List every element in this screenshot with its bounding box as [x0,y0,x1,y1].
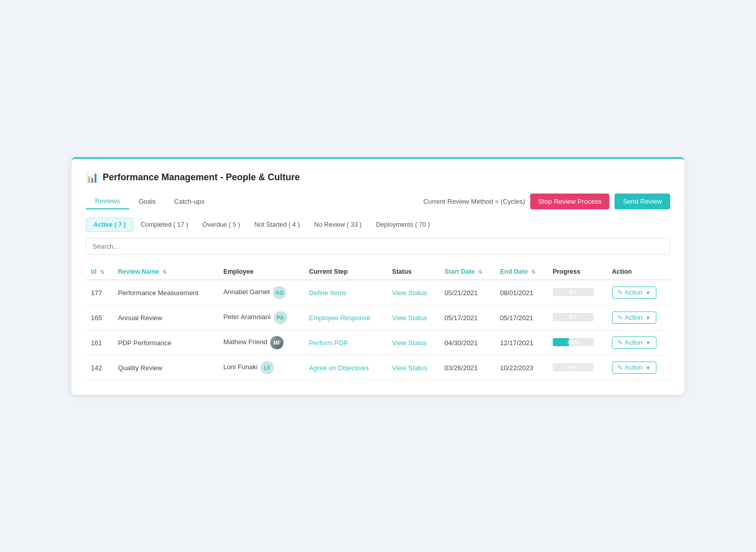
status-link[interactable]: View Status [392,314,427,322]
action-button[interactable]: ✎ Action ▼ [612,362,656,374]
filter-overdue[interactable]: Overdue ( 5 ) [195,218,247,231]
cell-current-step: Agree on Objectives [304,355,387,380]
cell-action: ✎ Action ▼ [607,355,670,380]
col-progress: Progress [548,263,607,280]
sort-icon-review-name[interactable]: ⇅ [162,269,167,275]
cell-action: ✎ Action ▼ [607,330,670,355]
main-card: 📊 Performance Management - People & Cult… [72,157,684,395]
cell-id: 142 [86,355,113,380]
cell-review-name: Annual Review [113,305,218,330]
action-label: Action [625,314,643,321]
filter-not-started[interactable]: Not Started ( 4 ) [247,218,307,231]
avatar: MF [270,336,284,349]
progress-bar: 0% [553,288,594,296]
current-step-link[interactable]: Agree on Objectives [309,364,369,372]
col-id: Id ⇅ [86,263,113,280]
filter-deployments[interactable]: Deployments ( 70 ) [369,218,437,231]
filter-completed[interactable]: Completed ( 17 ) [133,218,195,231]
review-method-label: Current Review Method = (Cycles) [423,198,525,205]
action-label: Action [625,289,643,296]
avatar: LF [261,361,274,374]
search-input[interactable] [86,238,670,255]
cell-review-name: Quality Review [113,355,218,380]
top-bar: Reviews Goals Catch-ups Current Review M… [86,194,670,209]
progress-bar: 40% [553,338,594,346]
chevron-down-icon: ▼ [646,290,651,296]
current-step-link[interactable]: Define Items [309,289,346,297]
cell-end-date: 10/22/2023 [495,355,548,380]
cell-start-date: 05/21/2021 [439,280,495,305]
sort-icon-end-date[interactable]: ⇅ [531,269,535,275]
top-right-controls: Current Review Method = (Cycles) Stop Re… [423,194,670,209]
tab-reviews[interactable]: Reviews [86,194,129,209]
cell-action: ✎ Action ▼ [607,280,670,305]
action-button[interactable]: ✎ Action ▼ [612,286,656,299]
progress-label: 0% [553,313,594,321]
table-row: 161 PDP Performance Mathew FriendMF Perf… [86,330,670,355]
cell-employee: Peter AramnianiPA [218,305,304,330]
chevron-down-icon: ▼ [646,315,651,321]
cell-review-name: Performance Measurement [113,280,218,305]
sort-icon-start-date[interactable]: ⇅ [478,269,482,275]
cell-employee: Loni FunakiLF [218,355,304,380]
cell-progress: 0% [548,280,607,305]
col-employee: Employee [218,263,304,280]
action-button[interactable]: ✎ Action ▼ [612,337,656,349]
action-label: Action [625,364,643,371]
cell-end-date: 05/17/2021 [495,305,548,330]
cell-id: 177 [86,280,113,305]
edit-icon: ✎ [618,339,623,346]
cell-current-step: Define Items [304,280,387,305]
progress-bar: 0% [553,313,594,321]
cell-progress: 0% [548,355,607,380]
page-title: 📊 Performance Management - People & Cult… [86,171,670,183]
table-row: 142 Quality Review Loni FunakiLF Agree o… [86,355,670,380]
cell-action: ✎ Action ▼ [607,305,670,330]
cell-status: View Status [387,355,440,380]
progress-label: 0% [553,363,594,371]
col-status: Status [387,263,440,280]
cell-current-step: Perform PDP [304,330,387,355]
cell-start-date: 05/17/2021 [439,305,495,330]
cell-id: 165 [86,305,113,330]
col-review-name: Review Name ⇅ [113,263,218,280]
cell-status: View Status [387,280,440,305]
filter-tabs: Active ( 7 ) Completed ( 17 ) Overdue ( … [86,218,670,232]
title-text: Performance Management - People & Cultur… [103,172,300,183]
filter-active[interactable]: Active ( 7 ) [86,218,133,232]
chart-icon: 📊 [86,171,99,183]
cell-start-date: 03/26/2021 [439,355,495,380]
col-action: Action [607,263,670,280]
cell-end-date: 08/01/2021 [495,280,548,305]
progress-label: 0% [553,288,594,296]
cell-status: View Status [387,330,440,355]
current-step-link[interactable]: Employee Response [309,314,370,322]
status-link[interactable]: View Status [392,339,427,347]
status-link[interactable]: View Status [392,364,427,372]
send-review-button[interactable]: Send Review [615,194,670,209]
cell-start-date: 04/30/2021 [439,330,495,355]
chevron-down-icon: ▼ [646,365,651,371]
status-link[interactable]: View Status [392,289,427,297]
tab-catchups[interactable]: Catch-ups [165,194,214,209]
cell-employee: Mathew FriendMF [218,330,304,355]
cell-status: View Status [387,305,440,330]
cell-end-date: 12/17/2021 [495,330,548,355]
table-row: 177 Performance Measurement Annabel Garn… [86,280,670,305]
action-button[interactable]: ✎ Action ▼ [612,311,656,324]
chevron-down-icon: ▼ [646,340,651,346]
action-label: Action [625,339,643,346]
table-header-row: Id ⇅ Review Name ⇅ Employee Current Step… [86,263,670,280]
edit-icon: ✎ [618,364,623,371]
sort-icon-id[interactable]: ⇅ [100,269,104,275]
table-body: 177 Performance Measurement Annabel Garn… [86,280,670,380]
tab-goals[interactable]: Goals [129,194,165,209]
table-row: 165 Annual Review Peter AramnianiPA Empl… [86,305,670,330]
cell-review-name: PDP Performance [113,330,218,355]
current-step-link[interactable]: Perform PDP [309,339,348,347]
cell-employee: Annabel GarnetAG [218,280,304,305]
stop-review-button[interactable]: Stop Review Process [530,194,610,209]
col-end-date: End Date ⇅ [495,263,548,280]
filter-no-review[interactable]: No Review ( 33 ) [307,218,369,231]
col-current-step: Current Step [304,263,387,280]
